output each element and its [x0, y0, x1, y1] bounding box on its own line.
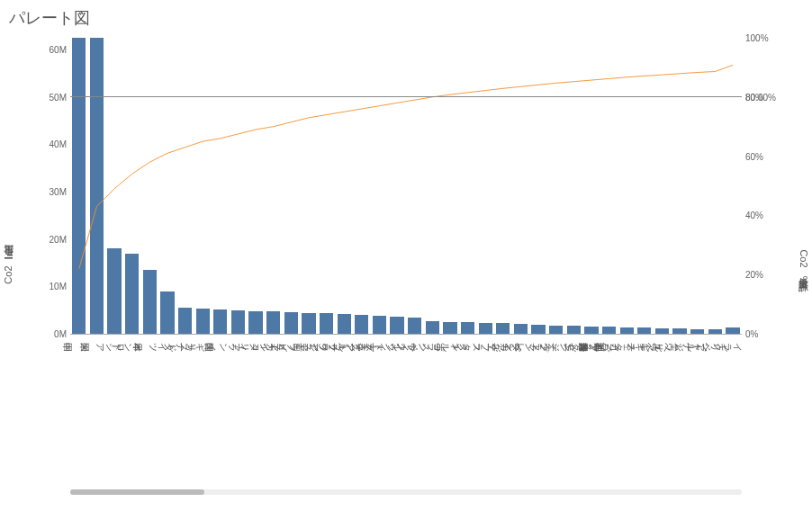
y-left-tick: 0M — [34, 329, 67, 339]
x-tick-label: イギリス — [194, 338, 212, 497]
y-left-tick: 40M — [34, 139, 67, 149]
y-axis-left-label: Co2 排出量 — [2, 250, 15, 283]
x-tick-label: スペイン — [406, 338, 424, 497]
svg-rect-1 — [8, 255, 14, 256]
x-tick-label: イタリア — [247, 338, 265, 497]
y-left-tick: 30M — [34, 187, 67, 197]
x-tick-label: ウズベキスタン — [636, 338, 654, 497]
x-tick-label: アラブ首長国連邦 — [600, 338, 618, 497]
y-left-tick: 10M — [34, 282, 67, 291]
x-tick-label: タイ — [459, 338, 477, 497]
x-tick-label: イラン — [230, 338, 248, 497]
x-tick-label: ギリシャ — [707, 338, 725, 497]
y-right-tick: 20% — [745, 270, 778, 280]
x-tick-label: マレーシア — [512, 338, 530, 497]
cumulative-line-layer — [70, 38, 742, 334]
y-right-tick: 100% — [745, 33, 778, 43]
y-left-tick: 50M — [34, 92, 67, 102]
plot-region: 0M10M20M30M40M50M60M0%20%40%60%80%100%80… — [54, 32, 758, 502]
plot-area: 0M10M20M30M40M50M60M0%20%40%60%80%100%80… — [70, 38, 742, 335]
x-tick-label: フランス — [318, 338, 336, 497]
y-axis-right: Co2 排出量 累計 % — [758, 32, 812, 502]
reference-line-label: 80.00% — [745, 92, 785, 102]
scrollbar-thumb[interactable] — [70, 489, 204, 495]
x-tick-label: ポーランド — [424, 338, 442, 497]
x-tick-label: 日本 — [141, 338, 159, 497]
svg-rect-0 — [5, 257, 14, 259]
x-tick-label: パキスタン — [582, 338, 600, 497]
x-tick-label: ロシア — [105, 338, 123, 497]
y-axis-right-label: Co2 排出量 累計 % — [797, 249, 810, 284]
x-tick-label: トルコ — [441, 338, 459, 497]
reference-line — [70, 96, 742, 97]
x-tick-label: ベネズエラ — [494, 338, 512, 497]
x-tick-label: 中国 — [70, 338, 88, 497]
x-tick-label: ドイツ — [158, 338, 176, 497]
y-right-tick: 40% — [745, 211, 778, 220]
x-tick-label: インド — [123, 338, 141, 497]
x-tick-label: ベトナム — [689, 338, 707, 497]
x-tick-label: カナダ — [176, 338, 194, 497]
x-tick-label: オランダ — [529, 338, 547, 497]
y-right-tick: 60% — [745, 151, 778, 161]
page-title: パレート図 — [0, 0, 812, 32]
x-tick-label: サウジアラビア — [300, 338, 318, 497]
x-tick-label: メキシコ — [265, 338, 283, 497]
x-tick-label: ベルギー — [654, 338, 672, 497]
svg-rect-2 — [11, 251, 14, 253]
x-tick-label: アルジェリア — [671, 338, 689, 497]
y-right-tick: 0% — [745, 329, 778, 339]
horizontal-scrollbar[interactable] — [70, 489, 742, 495]
x-tick-label: ウクライナ — [388, 338, 406, 497]
y-axis-left: Co2 排出量 — [0, 32, 54, 502]
y-axis-left-label-text: Co2 排出量 — [2, 263, 15, 283]
x-tick-label: 米国 — [88, 338, 106, 497]
x-tick-label: 韓国 — [212, 338, 230, 497]
x-tick-label: 南アフリカ — [283, 338, 301, 497]
x-tick-label: エジプト — [547, 338, 565, 497]
x-tick-label: カザフスタン — [476, 338, 494, 497]
sort-desc-icon — [5, 250, 14, 259]
x-tick-label: チェコ共和国 — [618, 338, 636, 497]
x-tick-label: オーストラリア — [335, 338, 353, 497]
x-axis-labels: 中国米国ロシアインド日本ドイツカナダイギリス韓国イランイタリアメキシコ南アフリカ… — [70, 338, 742, 497]
x-tick-label: アルゼンチン — [565, 338, 583, 497]
x-tick-label: インドネシア — [371, 338, 389, 497]
x-tick-label: ブラジル — [353, 338, 371, 497]
y-left-tick: 20M — [34, 234, 67, 244]
y-left-tick: 60M — [34, 45, 67, 55]
pareto-chart: Co2 排出量 Co2 排出量 累計 % 0M10M20M30M40M50M60… — [0, 32, 812, 502]
x-tick-label: イラク — [724, 338, 742, 497]
